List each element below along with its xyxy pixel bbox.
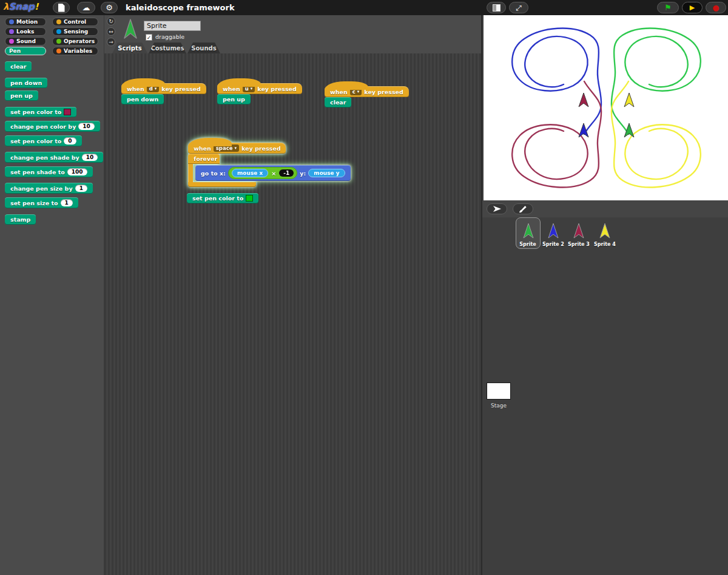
tab-scripts[interactable]: Scripts (112, 43, 147, 53)
script-set-pen-color: set pen color to (187, 193, 258, 203)
palette-block-pen-up[interactable]: pen up (5, 90, 38, 101)
palette-block-stamp[interactable]: stamp (5, 214, 36, 225)
pen-trail-bottom-left (512, 81, 601, 187)
category-control[interactable]: Control (52, 18, 98, 26)
pen-color-swatch[interactable] (246, 195, 253, 202)
chevron-down-icon: ▾ (251, 86, 253, 91)
sprite-3-thumb[interactable] (571, 222, 587, 240)
clear-block[interactable]: clear (325, 97, 351, 107)
palette-block-change-pen-size[interactable]: change pen size by1 (5, 183, 93, 194)
sprite-1-thumb[interactable] (521, 222, 536, 240)
new-sprite-button[interactable] (487, 203, 507, 214)
palette-block-set-pen-size[interactable]: set pen size to1 (5, 197, 78, 208)
script-when-u-pen-up: when u▾ key pressed pen up (217, 77, 302, 104)
rotate-freely-button[interactable]: ↻ (107, 17, 115, 26)
tab-sounds[interactable]: Sounds (187, 43, 220, 53)
script-when-d-pen-down: when d▾ key pressed pen down (121, 77, 206, 104)
mouse-x-reporter[interactable]: mouse x (232, 169, 268, 177)
paintbrush-icon (517, 204, 528, 214)
sprite-2-thumb[interactable] (545, 222, 561, 240)
category-looks[interactable]: Looks (5, 27, 46, 36)
category-variables[interactable]: Variables (52, 47, 98, 55)
snap-logo[interactable]: λSnap! (3, 1, 39, 12)
pen-up-block[interactable]: pen up (217, 94, 251, 104)
stop-button[interactable]: ● (706, 2, 726, 13)
when-key-pressed-hat[interactable]: when c▾ key pressed (325, 86, 409, 97)
palette-block-set-pen-shade[interactable]: set pen shade to100 (5, 166, 93, 177)
number-input[interactable]: 10 (82, 154, 98, 161)
flip-icon: ↔ (109, 29, 113, 35)
when-key-pressed-hat[interactable]: when u▾ key pressed (217, 83, 302, 94)
stage-panel: Sprite Sprite 2 Sprite 3 Sprite 4 Stage (481, 15, 728, 575)
stage-thumbnail-label[interactable]: Stage (482, 403, 515, 409)
stage-sprite-4-arrow[interactable] (624, 93, 634, 107)
go-to-xy-block[interactable]: go to x: mouse x × -1 y: mouse y (195, 165, 351, 181)
when-key-pressed-hat[interactable]: when d▾ key pressed (121, 83, 206, 94)
sprite-4-label[interactable]: Sprite 4 (587, 242, 623, 247)
motion-color-dot (9, 19, 14, 24)
chevron-down-icon: ▾ (234, 146, 237, 151)
when-key-pressed-hat[interactable]: when space▾ key pressed (188, 143, 286, 154)
rotate-icon: ↻ (109, 18, 113, 24)
pause-button[interactable]: ▶ (682, 2, 703, 13)
green-flag-icon: ⚑ (664, 3, 672, 12)
settings-button[interactable]: ⚙ (101, 2, 118, 13)
category-sensing[interactable]: Sensing (52, 27, 98, 36)
number-input[interactable]: 1 (61, 199, 73, 206)
editor-panel: ↻ ↔ → ✓ draggable Scripts Costumes Sound… (104, 15, 481, 575)
dont-rotate-button[interactable]: → (107, 38, 115, 46)
sprite-arrow-thumb (124, 19, 136, 38)
palette-block-change-pen-shade[interactable]: change pen shade by10 (5, 152, 103, 163)
tab-costumes[interactable]: Costumes (149, 43, 186, 53)
category-operators[interactable]: Operators (52, 37, 98, 46)
multiply-operator-block[interactable]: mouse x × -1 (228, 167, 297, 179)
block-palette: Motion Control Looks Sensing Sound Opera… (0, 15, 104, 575)
number-input[interactable]: 10 (78, 123, 95, 130)
sprite-thumbnail (121, 18, 140, 42)
control-color-dot (56, 19, 61, 24)
flip-only-button[interactable]: ↔ (107, 27, 115, 36)
green-flag-button[interactable]: ⚑ (657, 2, 679, 13)
stage-size-button[interactable] (487, 2, 506, 13)
palette-block-set-pen-color-num[interactable]: set pen color to0 (5, 135, 82, 146)
paint-sprite-button[interactable] (513, 203, 533, 214)
looks-color-dot (9, 29, 14, 34)
stage[interactable] (484, 15, 728, 200)
draggable-label: draggable (155, 33, 184, 40)
forever-block[interactable]: forever go to x: mouse x × -1 y: mou (188, 154, 351, 187)
grow-stage-button[interactable]: ⤢ (509, 2, 528, 13)
category-sound[interactable]: Sound (5, 37, 46, 46)
pen-trail-top-right (612, 29, 701, 134)
pen-down-block[interactable]: pen down (121, 94, 164, 104)
palette-block-clear[interactable]: clear (5, 61, 32, 72)
number-input[interactable]: 100 (67, 168, 87, 175)
key-dropdown[interactable]: d▾ (147, 85, 160, 92)
draggable-checkbox[interactable]: ✓ (146, 34, 152, 41)
scripts-canvas[interactable]: when d▾ key pressed pen down when u▾ key… (104, 53, 481, 575)
sprite-name-input[interactable] (144, 21, 201, 31)
palette-block-pen-down[interactable]: pen down (5, 78, 47, 88)
sprite-4-thumb[interactable] (597, 222, 613, 240)
sprite-header: ↻ ↔ → ✓ draggable Scripts Costumes Sound… (104, 15, 481, 53)
category-pen[interactable]: Pen (5, 47, 46, 55)
stage-canvas (484, 15, 728, 200)
key-dropdown[interactable]: space▾ (214, 145, 239, 152)
key-dropdown[interactable]: u▾ (243, 85, 255, 92)
number-input[interactable]: -1 (279, 169, 294, 177)
set-pen-color-block[interactable]: set pen color to (187, 193, 258, 203)
key-dropdown[interactable]: c▾ (350, 88, 362, 95)
number-input[interactable]: 1 (75, 185, 87, 192)
category-motion[interactable]: Motion (5, 18, 46, 26)
stage-sprite-3-arrow[interactable] (579, 93, 588, 107)
palette-block-change-pen-color[interactable]: change pen color by10 (5, 121, 100, 132)
palette-block-set-pen-color[interactable]: set pen color to (5, 107, 76, 117)
variables-color-dot (56, 49, 61, 53)
new-project-button[interactable] (53, 2, 70, 13)
mouse-y-reporter[interactable]: mouse y (308, 169, 345, 177)
number-input[interactable]: 0 (64, 137, 76, 145)
pen-trail-bottom-right (612, 81, 701, 187)
stage-thumbnail[interactable] (487, 383, 511, 400)
cloud-button[interactable]: ☁ (77, 2, 95, 13)
pen-color-swatch[interactable] (64, 109, 71, 115)
grow-arrows-icon: ⤢ (516, 4, 522, 12)
